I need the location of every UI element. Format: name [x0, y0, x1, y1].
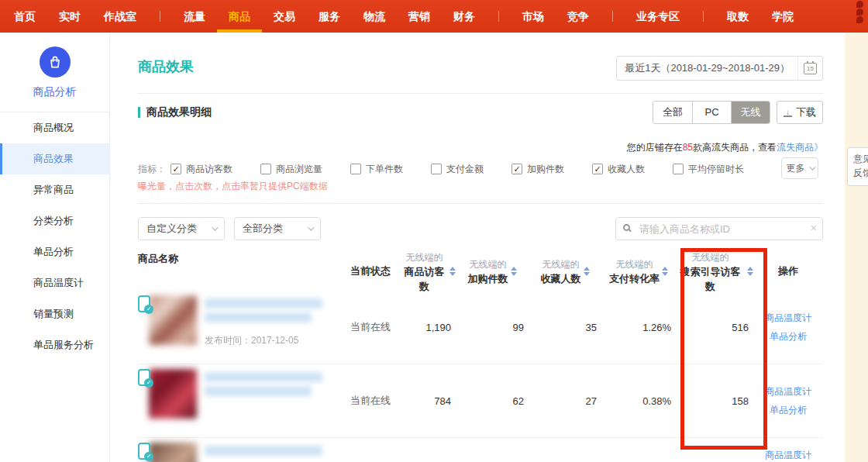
mobile-online-icon [138, 369, 150, 386]
checkbox-order-items[interactable] [350, 164, 361, 174]
check-icon [144, 305, 153, 314]
nav-item-realtime[interactable]: 实时 [59, 0, 81, 33]
divider [138, 93, 823, 94]
sidebar-item-product-thermometer[interactable]: 商品温度计 [0, 267, 109, 298]
single-item-analysis-link[interactable]: 单品分析 [770, 404, 807, 417]
notice-count: 85 [683, 142, 693, 153]
nav-item-data-fetch[interactable]: 取数 [727, 0, 749, 33]
sidebar-item-product-overview[interactable]: 商品概况 [0, 112, 109, 143]
custom-category-select[interactable]: 自定义分类 [138, 217, 225, 240]
blurred-product-title [205, 446, 322, 456]
col-operations: 操作 [753, 264, 823, 278]
sidebar-item-category-analysis[interactable]: 分类分析 [0, 205, 109, 236]
col-product-name: 商品名称 [138, 252, 339, 291]
single-item-analysis-link[interactable]: 单品分析 [770, 330, 807, 343]
indicator-label: 商品访客数 [186, 163, 232, 176]
date-range-picker[interactable]: 最近1天（2018-01-29~2018-01-29） 15 [616, 56, 823, 81]
search-visitors-cell: 158 [676, 395, 753, 407]
product-thumbnail[interactable] [149, 369, 197, 419]
product-thumbnail[interactable] [149, 443, 197, 462]
nav-item-competition[interactable]: 竞争 [567, 0, 589, 33]
nav-item-marketing[interactable]: 营销 [408, 0, 430, 33]
checkbox-collect-users[interactable] [592, 164, 603, 174]
download-label: 下载 [796, 105, 816, 119]
product-thermometer-link[interactable]: 商品温度计 [765, 449, 811, 462]
nav-item-traffic[interactable]: 流量 [184, 0, 205, 33]
col-label: 支付转化率 [609, 273, 660, 284]
col-wireless-pay-conversion: 无线端的支付转化率 [601, 257, 676, 286]
sidebar-item-single-item-service[interactable]: 单品服务分析 [0, 329, 109, 360]
sidebar-item-abnormal-products[interactable]: 异常商品 [0, 174, 109, 205]
nav-item-business-zone[interactable]: 业务专区 [636, 0, 680, 33]
sidebar-section-product-analysis[interactable]: 商品分析 [0, 33, 109, 112]
col-label: 加购件数 [468, 273, 508, 284]
sidebar: 商品分析 商品概况 商品效果 异常商品 分类分析 单品分析 商品温度计 销量预测… [0, 33, 110, 462]
sort-control[interactable] [747, 267, 753, 276]
pay-conversion-cell: 1.26% [601, 322, 676, 333]
product-thumbnail[interactable] [149, 295, 197, 345]
col-prefix: 无线端的 [692, 252, 729, 263]
tab-wireless[interactable]: 无线 [731, 102, 770, 123]
checkbox-product-views[interactable] [260, 164, 271, 174]
more-button[interactable]: 更多 [781, 157, 818, 179]
sidebar-item-single-item-analysis[interactable]: 单品分析 [0, 236, 109, 267]
product-thermometer-link[interactable]: 商品温度计 [765, 385, 811, 398]
operations-cell: 商品温度计 单品分析 [753, 385, 823, 417]
page-title: 商品效果 [138, 57, 194, 76]
blurred-product-title [205, 298, 322, 309]
col-prefix: 无线端的 [542, 259, 580, 270]
sidebar-menu: 商品概况 商品效果 异常商品 分类分析 单品分析 商品温度计 销量预测 单品服务… [0, 112, 109, 360]
nav-item-academy[interactable]: 学院 [772, 0, 794, 33]
sort-control[interactable] [662, 267, 668, 276]
nav-item-war-room[interactable]: 作战室 [104, 0, 136, 33]
clear-icon[interactable]: × [811, 222, 817, 234]
nav-item-home[interactable]: 首页 [14, 0, 36, 33]
sidebar-item-sales-forecast[interactable]: 销量预测 [0, 298, 109, 329]
search-input[interactable] [615, 217, 823, 240]
checkbox-avg-stay-time[interactable] [673, 164, 684, 174]
collect-cell: 35 [529, 322, 601, 333]
col-label: 收藏人数 [541, 273, 581, 284]
chevron-down-icon [308, 224, 314, 230]
calendar-icon: 15 [804, 63, 817, 74]
indicator-option: 商品浏览量 [260, 163, 322, 176]
sort-control[interactable] [450, 267, 456, 276]
sidebar-item-product-effect[interactable]: 商品效果 [0, 143, 109, 174]
col-current-status: 当前状态 [339, 264, 401, 278]
nav-item-service[interactable]: 服务 [319, 0, 340, 33]
nav-item-market[interactable]: 市场 [522, 0, 544, 33]
download-button[interactable]: 下载 [777, 101, 823, 124]
feedback-tab[interactable]: 意见 反馈 [847, 147, 868, 186]
notice-text: 您的店铺存在 [627, 142, 683, 153]
checkbox-cart-items[interactable] [512, 164, 522, 174]
tab-pc[interactable]: PC [692, 102, 731, 123]
tab-all[interactable]: 全部 [653, 102, 692, 123]
col-wireless-collect: 无线端的收藏人数 [529, 257, 601, 286]
product-search: × [615, 217, 823, 240]
indicator-option: 支付金额 [431, 163, 484, 176]
nav-item-trade[interactable]: 交易 [274, 0, 295, 33]
sort-control[interactable] [511, 267, 517, 276]
collect-cell: 27 [529, 395, 601, 407]
nav-item-product[interactable]: 商品 [229, 0, 250, 33]
checkbox-product-visitors[interactable] [170, 164, 181, 174]
product-name-cell: 发布时间：2017-12-05 [138, 291, 339, 364]
indicator-option: 收藏人数 [592, 163, 645, 176]
nav-item-finance[interactable]: 财务 [453, 0, 475, 33]
loss-products-link[interactable]: 流失商品》 [777, 142, 823, 153]
product-row: 商品温度计 [138, 438, 823, 462]
publish-date: 发布时间：2017-12-05 [205, 334, 298, 347]
visitors-cell: 1,190 [401, 322, 456, 333]
indicator-option: 商品访客数 [170, 163, 232, 176]
checkbox-pay-amount[interactable] [431, 164, 442, 174]
col-wireless-search-guided-visitors: 无线端的搜索引导访客数 [676, 250, 753, 294]
top-navbar: 首页 实时 作战室 流量 商品 交易 服务 物流 营销 财务 市场 竞争 业务专… [0, 0, 868, 33]
product-row: 当前在线 784 62 27 0.38% 158 商品温度计 单品分析 [138, 364, 823, 438]
all-category-select[interactable]: 全部分类 [234, 217, 321, 240]
product-thermometer-link[interactable]: 商品温度计 [765, 312, 811, 325]
sidebar-section-label: 商品分析 [0, 85, 109, 99]
sort-control[interactable] [584, 267, 590, 276]
download-icon [784, 109, 792, 117]
indicator-label: 支付金额 [446, 163, 484, 176]
nav-item-logistics[interactable]: 物流 [363, 0, 385, 33]
